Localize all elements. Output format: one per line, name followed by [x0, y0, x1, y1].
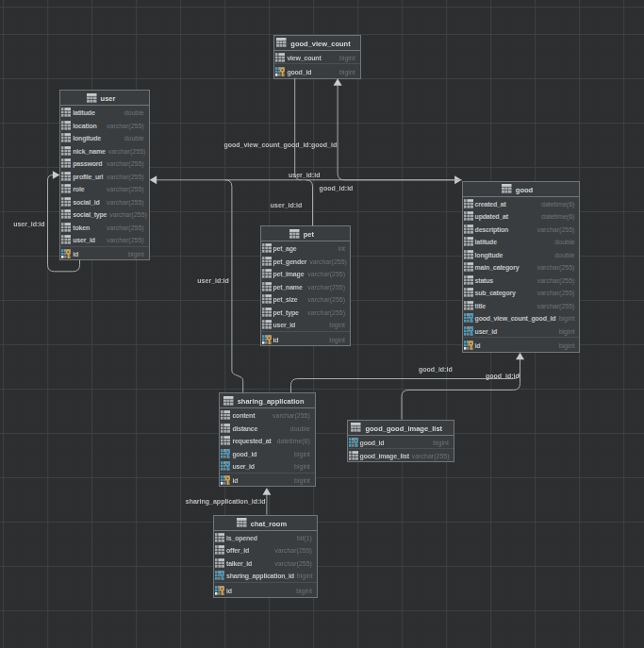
- svg-text:sharing_application_id:id: sharing_application_id:id: [186, 498, 266, 506]
- svg-text:user_id:id: user_id:id: [13, 221, 44, 227]
- svg-text:good_view_count_good_id:good_i: good_view_count_good_id:good_id: [223, 141, 337, 149]
- svg-text:user_id:id: user_id:id: [197, 277, 228, 284]
- svg-text:user_id:id: user_id:id: [289, 172, 320, 178]
- svg-text:good_id:id: good_id:id: [320, 185, 354, 192]
- svg-text:user_id:id: user_id:id: [271, 202, 302, 208]
- svg-text:good_id:id: good_id:id: [486, 373, 520, 380]
- svg-text:good_id:id: good_id:id: [419, 366, 453, 374]
